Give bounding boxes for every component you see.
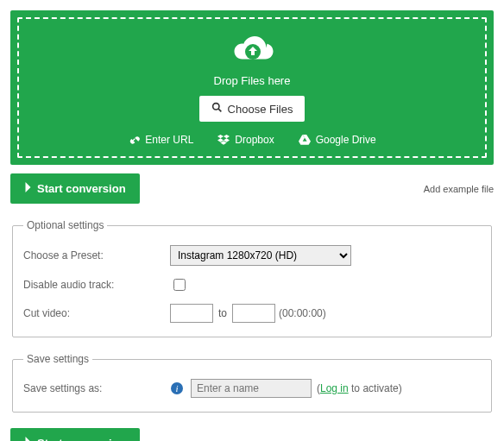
save-paren: (Log in to activate) — [317, 382, 402, 394]
login-link[interactable]: Log in — [320, 382, 349, 394]
svg-text:i: i — [175, 383, 178, 394]
link-icon — [128, 134, 140, 146]
optional-settings-fieldset: Optional settings Choose a Preset: Insta… — [12, 219, 492, 337]
dropbox-label: Dropbox — [235, 134, 274, 146]
cut-video-end-input[interactable] — [232, 304, 275, 323]
cut-hint-text: (00:00:00) — [279, 307, 326, 319]
start-label-bottom: Start conversion — [37, 437, 126, 441]
file-drop-zone[interactable]: Drop Files here Choose Files Enter URL D… — [10, 10, 494, 165]
save-settings-label: Save settings as: — [23, 382, 170, 394]
dropbox-button[interactable]: Dropbox — [217, 134, 274, 146]
chevron-right-icon — [24, 182, 32, 195]
choose-files-label: Choose Files — [228, 103, 293, 116]
google-drive-label: Google Drive — [316, 134, 376, 146]
svg-point-1 — [212, 104, 218, 110]
drop-inner: Drop Files here Choose Files Enter URL D… — [17, 17, 487, 158]
disable-audio-checkbox[interactable] — [173, 279, 186, 291]
cut-video-start-input[interactable] — [170, 304, 213, 323]
choose-files-button[interactable]: Choose Files — [199, 96, 306, 122]
google-drive-icon — [299, 134, 311, 146]
google-drive-button[interactable]: Google Drive — [299, 134, 376, 146]
preset-select[interactable]: Instagram 1280x720 (HD) — [170, 245, 351, 266]
bottom-action-row: Start conversion — [10, 428, 494, 441]
disable-audio-label: Disable audio track: — [23, 279, 170, 291]
info-icon: i — [170, 381, 184, 395]
cut-to-text: to — [218, 307, 227, 319]
add-example-file-link[interactable]: Add example file — [424, 184, 494, 194]
search-icon — [211, 102, 223, 116]
start-conversion-button-bottom[interactable]: Start conversion — [10, 428, 140, 441]
start-conversion-button-top[interactable]: Start conversion — [10, 173, 140, 204]
save-settings-legend: Save settings — [23, 353, 92, 365]
enter-url-label: Enter URL — [145, 134, 193, 146]
enter-url-button[interactable]: Enter URL — [128, 134, 193, 146]
svg-line-2 — [218, 109, 221, 111]
save-settings-fieldset: Save settings Save settings as: i (Log i… — [12, 353, 492, 413]
upload-cloud-icon — [229, 33, 275, 67]
start-label: Start conversion — [37, 182, 126, 195]
chevron-right-icon — [24, 437, 32, 441]
activate-text: to activate) — [349, 382, 402, 394]
preset-label: Choose a Preset: — [23, 249, 170, 261]
drop-files-text: Drop Files here — [28, 74, 476, 87]
top-action-row: Start conversion Add example file — [10, 173, 494, 204]
dropbox-icon — [217, 134, 230, 146]
optional-settings-legend: Optional settings — [23, 219, 107, 231]
source-row: Enter URL Dropbox Google Drive — [28, 134, 476, 146]
cut-video-label: Cut video: — [23, 307, 170, 319]
save-name-input[interactable] — [191, 379, 312, 398]
